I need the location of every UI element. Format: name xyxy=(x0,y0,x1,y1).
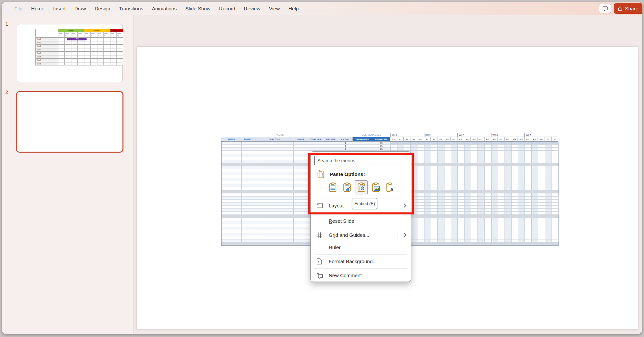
thumbnail-cell: Month 3 xyxy=(110,29,123,32)
paste-picture-icon[interactable] xyxy=(369,180,382,194)
menu-item-format-background[interactable]: Format Background... xyxy=(311,255,411,268)
gantt-cell xyxy=(552,181,559,184)
gantt-cell xyxy=(505,227,512,230)
thumbnail-cell xyxy=(58,48,65,52)
menubar-item-slide-show[interactable]: Slide Show xyxy=(181,2,215,15)
menubar-item-file[interactable]: File xyxy=(10,2,27,15)
gantt-cell xyxy=(438,184,444,187)
share-icon xyxy=(617,6,623,11)
paste-keep-source-formatting-icon[interactable] xyxy=(326,180,339,194)
date-header: 4/17 xyxy=(477,137,484,142)
paste-embed-icon[interactable] xyxy=(355,180,368,194)
gantt-cell xyxy=(471,178,478,181)
gantt-cell xyxy=(458,181,464,184)
date-header: 4/21 xyxy=(491,137,498,142)
menu-item-grid-and-guides[interactable]: Grid and Guides... xyxy=(311,229,411,241)
sheet-cell xyxy=(256,209,294,212)
thumbnail-cell xyxy=(104,62,110,66)
thumbnail-cell xyxy=(84,48,91,52)
menubar-item-design[interactable]: Design xyxy=(90,2,115,15)
comments-button[interactable] xyxy=(599,4,611,13)
paste-keep-text-only-icon[interactable]: A xyxy=(384,180,396,194)
gantt-cell xyxy=(485,157,492,160)
gantt-cell xyxy=(525,203,532,206)
gantt-cell xyxy=(545,145,552,148)
gantt-cell xyxy=(518,148,525,151)
gantt-cell xyxy=(505,184,512,187)
gantt-cell xyxy=(538,221,545,224)
gantt-cell xyxy=(411,157,417,160)
sheet-cell xyxy=(222,160,242,163)
gantt-cell xyxy=(552,145,559,148)
gantt-cell xyxy=(538,233,545,236)
slide-2-thumbnail[interactable] xyxy=(16,91,123,153)
menubar-item-home[interactable]: Home xyxy=(27,2,49,15)
gantt-cell xyxy=(444,221,451,224)
gantt-cell xyxy=(451,169,458,172)
thumbnail-cell xyxy=(71,51,78,55)
gantt-cell xyxy=(518,236,525,239)
gantt-cell xyxy=(444,178,451,181)
menu-item-reset-slide[interactable]: Reset Slide xyxy=(311,215,411,227)
gantt-cell xyxy=(438,230,444,233)
gantt-cell xyxy=(451,187,458,190)
gantt-cell xyxy=(438,151,444,154)
menu-item-ruler[interactable]: Ruler xyxy=(311,241,411,254)
gantt-cell xyxy=(431,154,438,157)
date-header: 5/2 xyxy=(552,137,558,142)
share-button[interactable]: Share xyxy=(614,3,642,14)
sheet-cell xyxy=(294,151,308,154)
gantt-cell xyxy=(458,206,464,209)
gantt-cell xyxy=(498,154,505,157)
gantt-cell xyxy=(424,230,431,233)
gantt-cell xyxy=(498,203,505,206)
slide-2-number: 2 xyxy=(5,89,8,95)
gantt-cell xyxy=(512,233,518,236)
search-menus-input[interactable] xyxy=(314,156,407,165)
gantt-cell xyxy=(451,145,458,148)
menubar-item-draw[interactable]: Draw xyxy=(70,2,90,15)
slide-1-thumbnail[interactable]: Month 1Month 2Month 3Week 1Week 2Week 3W… xyxy=(17,24,123,82)
gantt-cell xyxy=(505,175,512,178)
menubar-item-help[interactable]: Help xyxy=(284,2,303,15)
sheet-cell xyxy=(294,142,308,145)
gantt-cell xyxy=(417,187,424,190)
gantt-cell xyxy=(512,224,518,227)
gantt-cell xyxy=(498,206,505,209)
sheet-cell xyxy=(242,157,256,160)
gantt-cell xyxy=(431,175,438,178)
menubar-item-view[interactable]: View xyxy=(265,2,284,15)
gantt-cell xyxy=(438,157,444,160)
thumbnail-cell xyxy=(117,41,123,45)
gantt-cell xyxy=(458,175,464,178)
thumbnail-cell xyxy=(84,55,91,59)
thumbnail-task-bar: #N/D xyxy=(67,38,88,40)
gantt-cell xyxy=(411,236,417,239)
sheet-cell xyxy=(294,181,308,184)
menubar-item-review[interactable]: Review xyxy=(240,2,265,15)
gantt-cell xyxy=(512,218,518,221)
menubar-item-insert[interactable]: Insert xyxy=(49,2,70,15)
thumbnail-cell: Month 1 xyxy=(58,29,84,32)
gantt-cell xyxy=(478,209,485,212)
gantt-cell xyxy=(492,227,498,230)
menubar-item-animations[interactable]: Animations xyxy=(147,2,181,15)
gantt-cell xyxy=(485,175,492,178)
chevron-right-icon[interactable] xyxy=(403,232,406,237)
week-group-label: WK 4 xyxy=(491,133,525,137)
menubar-item-record[interactable]: Record xyxy=(215,2,239,15)
gantt-cell xyxy=(538,172,545,175)
gantt-cell xyxy=(424,218,431,221)
menu-item-new-comment[interactable]: New Comment xyxy=(311,269,411,282)
gantt-cell xyxy=(417,151,424,154)
gantt-cell xyxy=(478,160,485,163)
gantt-cell xyxy=(505,236,512,239)
gantt-cell xyxy=(458,239,464,242)
gantt-cell xyxy=(538,184,545,187)
gantt-cell xyxy=(417,218,424,221)
gantt-cell xyxy=(538,197,545,200)
paste-use-destination-theme-icon[interactable] xyxy=(341,180,353,194)
date-header: 4/10 xyxy=(444,137,451,142)
gantt-cell xyxy=(485,184,492,187)
menubar-item-transitions[interactable]: Transitions xyxy=(114,2,147,15)
